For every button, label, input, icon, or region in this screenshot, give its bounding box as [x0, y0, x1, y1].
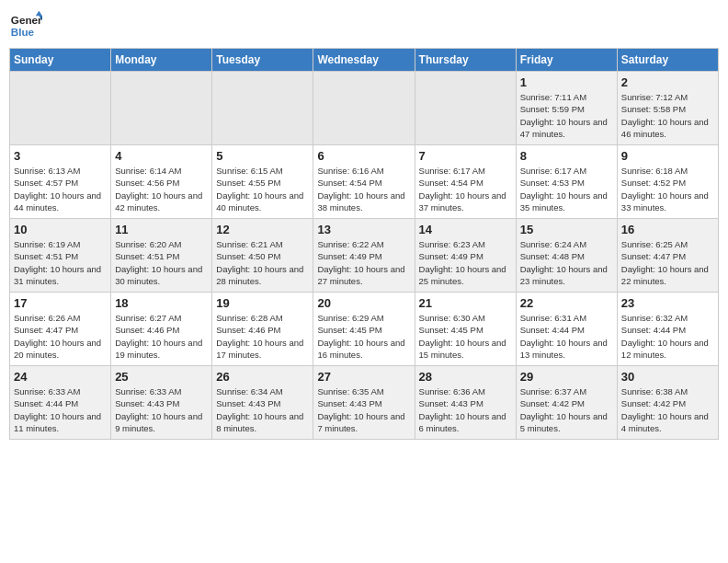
- weekday-header-wednesday: Wednesday: [313, 49, 415, 72]
- day-info: Sunrise: 6:32 AM Sunset: 4:44 PM Dayligh…: [621, 312, 714, 361]
- day-info: Sunrise: 6:16 AM Sunset: 4:54 PM Dayligh…: [317, 165, 410, 213]
- day-info: Sunrise: 6:23 AM Sunset: 4:49 PM Dayligh…: [419, 238, 512, 287]
- calendar-cell: 1Sunrise: 7:11 AM Sunset: 5:59 PM Daylig…: [516, 72, 617, 145]
- day-number: 7: [419, 149, 512, 163]
- day-number: 8: [520, 149, 613, 163]
- day-info: Sunrise: 6:22 AM Sunset: 4:49 PM Dayligh…: [317, 238, 410, 287]
- calendar-cell: 27Sunrise: 6:35 AM Sunset: 4:43 PM Dayli…: [313, 366, 415, 440]
- day-number: 4: [115, 149, 208, 163]
- day-number: 3: [14, 149, 107, 163]
- day-number: 24: [14, 370, 107, 384]
- calendar-cell: 21Sunrise: 6:30 AM Sunset: 4:45 PM Dayli…: [415, 293, 516, 366]
- day-number: 6: [317, 149, 410, 163]
- calendar-cell: 17Sunrise: 6:26 AM Sunset: 4:47 PM Dayli…: [10, 293, 111, 366]
- calendar-cell: 23Sunrise: 6:32 AM Sunset: 4:44 PM Dayli…: [617, 293, 718, 366]
- day-info: Sunrise: 6:24 AM Sunset: 4:48 PM Dayligh…: [520, 238, 613, 287]
- day-info: Sunrise: 6:17 AM Sunset: 4:54 PM Dayligh…: [419, 165, 512, 213]
- calendar-cell: 6Sunrise: 6:16 AM Sunset: 4:54 PM Daylig…: [313, 145, 415, 219]
- day-info: Sunrise: 6:28 AM Sunset: 4:46 PM Dayligh…: [216, 312, 309, 361]
- calendar-cell: [212, 72, 313, 145]
- day-number: 29: [520, 370, 613, 384]
- calendar-cell: 24Sunrise: 6:33 AM Sunset: 4:44 PM Dayli…: [10, 366, 111, 440]
- calendar-cell: 26Sunrise: 6:34 AM Sunset: 4:43 PM Dayli…: [212, 366, 313, 440]
- day-number: 25: [115, 370, 208, 384]
- day-number: 15: [520, 223, 613, 236]
- calendar-cell: 7Sunrise: 6:17 AM Sunset: 4:54 PM Daylig…: [415, 145, 516, 219]
- week-row-1: 1Sunrise: 7:11 AM Sunset: 5:59 PM Daylig…: [10, 72, 719, 145]
- day-number: 22: [520, 296, 613, 310]
- calendar-cell: 10Sunrise: 6:19 AM Sunset: 4:51 PM Dayli…: [10, 219, 111, 293]
- day-info: Sunrise: 6:27 AM Sunset: 4:46 PM Dayligh…: [115, 312, 208, 361]
- calendar-cell: 8Sunrise: 6:17 AM Sunset: 4:53 PM Daylig…: [516, 145, 617, 219]
- day-number: 28: [419, 370, 512, 384]
- weekday-header-row: SundayMondayTuesdayWednesdayThursdayFrid…: [10, 49, 719, 72]
- day-info: Sunrise: 6:33 AM Sunset: 4:43 PM Dayligh…: [115, 385, 208, 434]
- page-header: General Blue: [9, 9, 719, 42]
- calendar-cell: 28Sunrise: 6:36 AM Sunset: 4:43 PM Dayli…: [415, 366, 516, 440]
- day-info: Sunrise: 6:37 AM Sunset: 4:42 PM Dayligh…: [520, 385, 613, 434]
- calendar-cell: 14Sunrise: 6:23 AM Sunset: 4:49 PM Dayli…: [415, 219, 516, 293]
- calendar-cell: 16Sunrise: 6:25 AM Sunset: 4:47 PM Dayli…: [617, 219, 718, 293]
- day-number: 26: [216, 370, 309, 384]
- calendar-cell: 29Sunrise: 6:37 AM Sunset: 4:42 PM Dayli…: [516, 366, 617, 440]
- day-number: 13: [317, 223, 410, 236]
- day-info: Sunrise: 6:31 AM Sunset: 4:44 PM Dayligh…: [520, 312, 613, 361]
- weekday-header-friday: Friday: [516, 49, 617, 72]
- weekday-header-tuesday: Tuesday: [212, 49, 313, 72]
- calendar-cell: 3Sunrise: 6:13 AM Sunset: 4:57 PM Daylig…: [10, 145, 111, 219]
- day-number: 11: [115, 223, 208, 236]
- weekday-header-thursday: Thursday: [415, 49, 516, 72]
- day-info: Sunrise: 6:14 AM Sunset: 4:56 PM Dayligh…: [115, 165, 208, 213]
- calendar-cell: [111, 72, 212, 145]
- day-number: 14: [419, 223, 512, 236]
- day-info: Sunrise: 6:13 AM Sunset: 4:57 PM Dayligh…: [14, 165, 107, 213]
- day-number: 23: [621, 296, 714, 310]
- day-number: 16: [621, 223, 714, 236]
- day-info: Sunrise: 6:15 AM Sunset: 4:55 PM Dayligh…: [216, 165, 309, 213]
- calendar: SundayMondayTuesdayWednesdayThursdayFrid…: [9, 48, 719, 440]
- weekday-header-saturday: Saturday: [617, 49, 718, 72]
- logo: General Blue: [9, 9, 42, 42]
- day-info: Sunrise: 6:29 AM Sunset: 4:45 PM Dayligh…: [317, 312, 410, 361]
- day-info: Sunrise: 6:36 AM Sunset: 4:43 PM Dayligh…: [419, 385, 512, 434]
- calendar-cell: 25Sunrise: 6:33 AM Sunset: 4:43 PM Dayli…: [111, 366, 212, 440]
- day-info: Sunrise: 6:26 AM Sunset: 4:47 PM Dayligh…: [14, 312, 107, 361]
- week-row-3: 10Sunrise: 6:19 AM Sunset: 4:51 PM Dayli…: [10, 219, 719, 293]
- calendar-cell: 9Sunrise: 6:18 AM Sunset: 4:52 PM Daylig…: [617, 145, 718, 219]
- day-info: Sunrise: 6:38 AM Sunset: 4:42 PM Dayligh…: [621, 385, 714, 434]
- day-number: 19: [216, 296, 309, 310]
- day-info: Sunrise: 6:21 AM Sunset: 4:50 PM Dayligh…: [216, 238, 309, 287]
- day-number: 1: [520, 75, 613, 89]
- calendar-cell: [415, 72, 516, 145]
- calendar-cell: 18Sunrise: 6:27 AM Sunset: 4:46 PM Dayli…: [111, 293, 212, 366]
- calendar-cell: 13Sunrise: 6:22 AM Sunset: 4:49 PM Dayli…: [313, 219, 415, 293]
- day-info: Sunrise: 6:25 AM Sunset: 4:47 PM Dayligh…: [621, 238, 714, 287]
- calendar-cell: 12Sunrise: 6:21 AM Sunset: 4:50 PM Dayli…: [212, 219, 313, 293]
- calendar-cell: [10, 72, 111, 145]
- day-info: Sunrise: 6:35 AM Sunset: 4:43 PM Dayligh…: [317, 385, 410, 434]
- calendar-cell: 11Sunrise: 6:20 AM Sunset: 4:51 PM Dayli…: [111, 219, 212, 293]
- day-info: Sunrise: 6:18 AM Sunset: 4:52 PM Dayligh…: [621, 165, 714, 213]
- day-number: 21: [419, 296, 512, 310]
- day-info: Sunrise: 6:20 AM Sunset: 4:51 PM Dayligh…: [115, 238, 208, 287]
- weekday-header-monday: Monday: [111, 49, 212, 72]
- calendar-cell: [313, 72, 415, 145]
- day-info: Sunrise: 7:12 AM Sunset: 5:58 PM Dayligh…: [621, 91, 714, 140]
- calendar-cell: 22Sunrise: 6:31 AM Sunset: 4:44 PM Dayli…: [516, 293, 617, 366]
- calendar-cell: 30Sunrise: 6:38 AM Sunset: 4:42 PM Dayli…: [617, 366, 718, 440]
- day-number: 30: [621, 370, 714, 384]
- week-row-5: 24Sunrise: 6:33 AM Sunset: 4:44 PM Dayli…: [10, 366, 719, 440]
- day-number: 18: [115, 296, 208, 310]
- day-number: 20: [317, 296, 410, 310]
- calendar-cell: 20Sunrise: 6:29 AM Sunset: 4:45 PM Dayli…: [313, 293, 415, 366]
- day-number: 10: [14, 223, 107, 236]
- day-info: Sunrise: 6:19 AM Sunset: 4:51 PM Dayligh…: [14, 238, 107, 287]
- day-info: Sunrise: 6:33 AM Sunset: 4:44 PM Dayligh…: [14, 385, 107, 434]
- calendar-cell: 19Sunrise: 6:28 AM Sunset: 4:46 PM Dayli…: [212, 293, 313, 366]
- week-row-2: 3Sunrise: 6:13 AM Sunset: 4:57 PM Daylig…: [10, 145, 719, 219]
- logo-icon: General Blue: [9, 9, 42, 42]
- day-number: 5: [216, 149, 309, 163]
- day-number: 2: [621, 75, 714, 89]
- calendar-cell: 2Sunrise: 7:12 AM Sunset: 5:58 PM Daylig…: [617, 72, 718, 145]
- day-number: 12: [216, 223, 309, 236]
